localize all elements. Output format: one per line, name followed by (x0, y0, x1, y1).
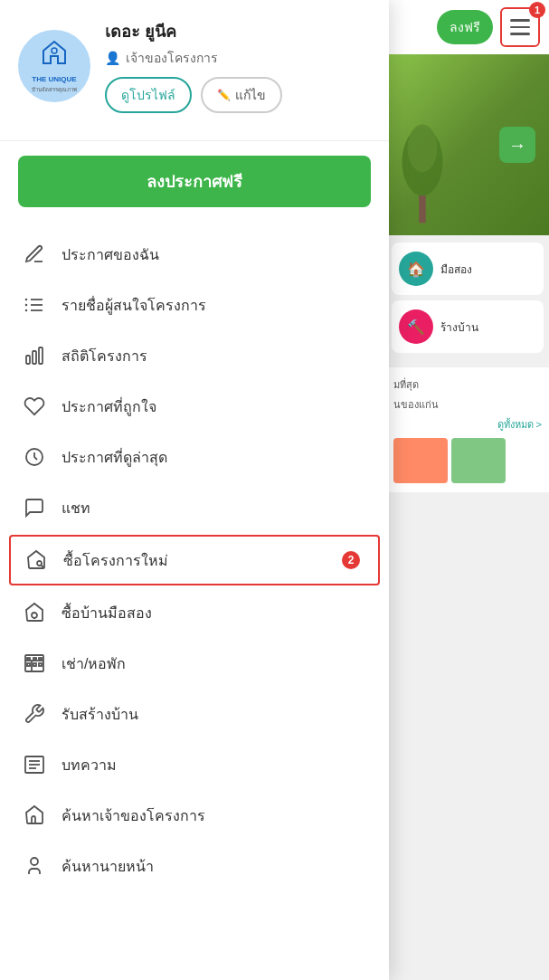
thumbnail-1 (393, 438, 448, 483)
menu-label-my-announcements: ประกาศของฉัน (62, 243, 159, 266)
secondhand-icon: 🏠 (399, 252, 433, 286)
svg-rect-20 (39, 663, 42, 666)
logo-avatar: THE UNIQUE บ้านจัดสรรคุณภาพ (18, 30, 90, 102)
profile-actions: ดูโปรไฟล์ ✏️ แก้ไข (105, 77, 371, 113)
menu-item-buy-new-project[interactable]: ซื้อโครงการใหม่ 2 (9, 535, 380, 585)
sidebar-drawer: THE UNIQUE บ้านจัดสรรคุณภาพ เดอะ ยูนีค 👤… (0, 0, 389, 980)
svg-rect-10 (26, 356, 30, 364)
profile-section: THE UNIQUE บ้านจัดสรรคุณภาพ เดอะ ยูนีค 👤… (0, 0, 389, 141)
building-icon (22, 651, 47, 676)
svg-point-28 (31, 858, 38, 865)
menu-item-my-announcements[interactable]: ประกาศของฉัน (0, 229, 389, 280)
secondhand-label: มือสอง (440, 261, 472, 278)
svg-rect-21 (27, 658, 30, 660)
svg-point-1 (408, 125, 438, 173)
menu-item-rent[interactable]: เช่า/หอพัก (0, 638, 389, 689)
home-person-icon (22, 803, 47, 828)
profile-name: เดอะ ยูนีค (105, 18, 371, 44)
menu-label-buy-new-project: ซื้อโครงการใหม่ (63, 549, 168, 572)
menu-label-project-stats: สถิติโครงการ (62, 345, 147, 367)
build-icon: 🔨 (399, 309, 433, 344)
heart-icon (22, 394, 47, 419)
menu-label-custom-build: รับสร้างบ้าน (62, 703, 138, 726)
register-free-button[interactable]: ลงฟรี (437, 10, 493, 44)
hamburger-menu-button[interactable]: 1 (500, 7, 540, 47)
chat-icon (22, 495, 47, 520)
tree-graphic (395, 109, 450, 235)
menu-item-liked[interactable]: ประกาศที่ถูกใจ (0, 381, 389, 432)
build-label: ร้างบ้าน (440, 319, 478, 336)
menu-label-article: บทความ (62, 754, 117, 776)
menu-label-buy-secondhand: ซื้อบ้านมือสอง (62, 602, 152, 624)
svg-line-15 (42, 566, 44, 568)
see-all-section: มที่สุด นของแก่น ดูทั้งหมด > (386, 367, 549, 492)
person-search-icon (22, 853, 47, 879)
menu-item-recent[interactable]: ประกาศที่ดูล่าสุด (0, 432, 389, 482)
category-secondhand[interactable]: 🏠 มือสอง (392, 243, 544, 295)
view-profile-button[interactable]: ดูโปรไฟล์ (105, 77, 192, 113)
svg-rect-23 (39, 658, 42, 660)
right-panel: ลงฟรี 1 → 🏠 มือสอง 🔨 ร้างบ้าน มที่สุด นข… (386, 0, 549, 980)
right-header: ลงฟรี 1 (386, 0, 549, 54)
book-icon (22, 752, 47, 777)
logo-subtitle: บ้านจัดสรรคุณภาพ (32, 85, 77, 94)
svg-rect-2 (419, 195, 426, 223)
thumbnail-row (393, 438, 542, 483)
edit-label: แก้ไข (235, 85, 266, 105)
bar-chart-icon (22, 343, 47, 368)
arrow-right-button[interactable]: → (499, 127, 535, 163)
hamburger-bar-2 (510, 26, 530, 29)
svg-point-3 (52, 48, 57, 53)
svg-rect-18 (27, 663, 30, 666)
profile-top: THE UNIQUE บ้านจัดสรรคุณภาพ เดอะ ยูนีค 👤… (18, 18, 371, 113)
svg-point-14 (37, 561, 42, 566)
profile-role-label: เจ้าของโครงการ (126, 48, 218, 68)
category-build[interactable]: 🔨 ร้างบ้าน (392, 300, 544, 353)
buy-new-project-badge: 2 (342, 551, 360, 569)
menu-label-interested-list: รายชื่อผู้สนใจโครงการ (62, 294, 206, 317)
home-search-icon (24, 547, 49, 573)
home-coin-icon (22, 600, 47, 625)
logo-house-icon (40, 38, 69, 73)
menu-label-rent: เช่า/หอพัก (62, 652, 126, 675)
person-icon: 👤 (105, 51, 120, 65)
edit-profile-button[interactable]: ✏️ แก้ไข (201, 77, 282, 113)
profile-role: 👤 เจ้าของโครงการ (105, 48, 371, 68)
menu-list: ประกาศของฉัน รายชื่อผู้สนใจโครงการ สถิติ… (0, 222, 389, 899)
pencil-icon: ✏️ (217, 89, 231, 101)
seemore-title-1: มที่สุด (393, 376, 542, 393)
clock-icon (22, 444, 47, 470)
menu-item-chat[interactable]: แชท (0, 482, 389, 533)
menu-item-find-agent[interactable]: ค้นหานายหน้า (0, 841, 389, 891)
wrench-icon (22, 701, 47, 727)
logo-text-the-unique: THE UNIQUE (32, 75, 76, 83)
svg-rect-12 (39, 347, 43, 364)
seemore-title-2: นของแก่น (393, 396, 542, 413)
menu-label-liked: ประกาศที่ถูกใจ (62, 395, 156, 418)
hamburger-bar-3 (510, 33, 530, 35)
profile-info: เดอะ ยูนีค 👤 เจ้าของโครงการ ดูโปรไฟล์ ✏️… (105, 18, 371, 113)
menu-label-find-agent: ค้นหานายหน้า (62, 855, 154, 878)
menu-item-find-project-owner[interactable]: ค้นหาเจ้าของโครงการ (0, 790, 389, 841)
hamburger-badge: 1 (529, 2, 545, 18)
big-register-button[interactable]: ลงประกาศฟรี (18, 156, 371, 207)
menu-item-interested-list[interactable]: รายชื่อผู้สนใจโครงการ (0, 280, 389, 330)
logo-inner: THE UNIQUE บ้านจัดสรรคุณภาพ (32, 38, 77, 94)
menu-item-buy-secondhand[interactable]: ซื้อบ้านมือสอง (0, 587, 389, 638)
thumbnail-2 (451, 438, 506, 483)
list-icon (22, 292, 47, 318)
menu-label-chat: แชท (62, 497, 90, 519)
see-all-link[interactable]: ดูทั้งหมด > (393, 416, 542, 433)
menu-label-recent: ประกาศที่ดูล่าสุด (62, 446, 167, 469)
hamburger-bar-1 (510, 19, 530, 22)
menu-label-find-project-owner: ค้นหาเจ้าของโครงการ (62, 804, 205, 827)
svg-rect-19 (33, 663, 36, 666)
menu-item-custom-build[interactable]: รับสร้างบ้าน (0, 689, 389, 739)
svg-rect-22 (33, 658, 36, 660)
right-hero-image: → (386, 54, 549, 235)
menu-item-article[interactable]: บทความ (0, 739, 389, 790)
edit-icon (22, 242, 47, 267)
menu-item-project-stats[interactable]: สถิติโครงการ (0, 330, 389, 381)
right-category-list: 🏠 มือสอง 🔨 ร้างบ้าน (386, 235, 549, 364)
svg-rect-11 (33, 351, 36, 364)
